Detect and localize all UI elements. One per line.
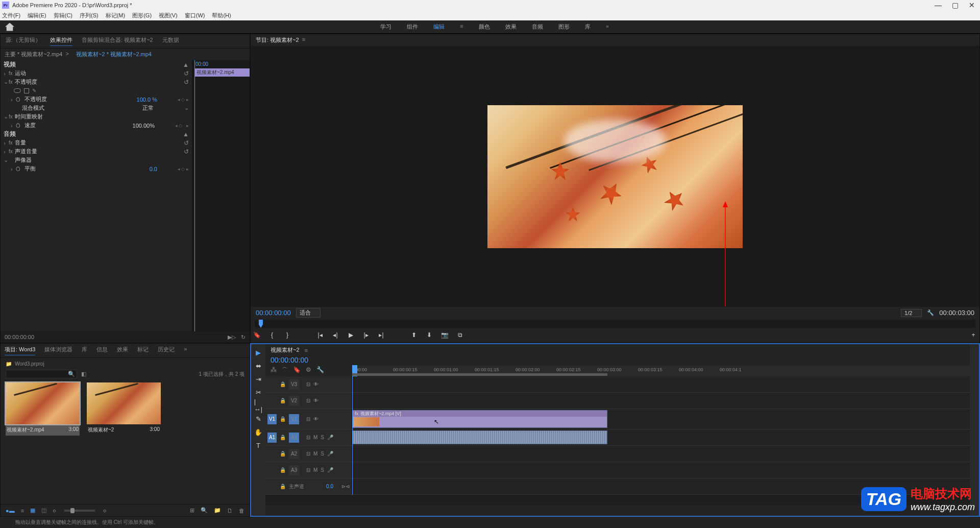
menu-sequence[interactable]: 序列(S) bbox=[80, 12, 99, 19]
program-canvas[interactable] bbox=[251, 46, 979, 307]
menu-graphics[interactable]: 图形(G) bbox=[132, 12, 152, 19]
close-button[interactable]: ✕ bbox=[969, 1, 975, 9]
workspace-assembly[interactable]: 组件 bbox=[407, 23, 418, 31]
pen-mask-icon[interactable]: ✎ bbox=[32, 88, 36, 93]
ec-sequence-clip[interactable]: 视频素材~2 * 视频素材~2.mp4 bbox=[76, 51, 152, 58]
track-header-a1[interactable]: A1🔒A1 ⊟MS🎤 bbox=[265, 429, 352, 445]
clip-thumbnail[interactable]: 视频素材~2.mp43:00 bbox=[6, 382, 80, 436]
menu-edit[interactable]: 编辑(E) bbox=[28, 12, 46, 19]
workspace-audio[interactable]: 音频 bbox=[532, 23, 543, 31]
ec-volume[interactable]: 音量 bbox=[15, 139, 184, 147]
go-to-out-icon[interactable]: ▸| bbox=[377, 331, 385, 339]
ec-panner[interactable]: 声像器 bbox=[15, 156, 189, 164]
extract-icon[interactable]: ⬇ bbox=[425, 331, 433, 339]
ellipse-mask-icon[interactable] bbox=[14, 88, 21, 93]
wrench-icon[interactable]: 🔧 bbox=[316, 366, 324, 375]
bin-filter-icon[interactable]: ◧ bbox=[81, 371, 86, 377]
tab-history[interactable]: 历史记 bbox=[158, 346, 175, 355]
menu-marker[interactable]: 标记(M) bbox=[106, 12, 126, 19]
ec-opacity-prop[interactable]: 不透明度 bbox=[24, 95, 137, 103]
panel-menu-icon[interactable]: ≡ bbox=[305, 347, 308, 353]
timeline-tc[interactable]: 00:00:00:00 bbox=[271, 356, 308, 364]
ripple-edit-tool-icon[interactable]: ⇥ bbox=[254, 375, 262, 383]
workspace-overflow-icon[interactable]: » bbox=[606, 23, 609, 31]
workspace-edit-menu-icon[interactable]: ≡ bbox=[460, 23, 463, 31]
workspace-library[interactable]: 库 bbox=[585, 23, 591, 31]
collapse-icon[interactable]: ▲ bbox=[183, 131, 189, 138]
timeline-ruler[interactable]: :00:00 00:00:00:15 00:00:01:00 00:00:01:… bbox=[352, 365, 970, 376]
tab-effect-controls[interactable]: 效果控件 bbox=[50, 36, 72, 46]
ec-mini-timeline[interactable]: 00:00 视频素材~2.mp4 bbox=[192, 60, 250, 331]
reset-icon[interactable]: ↺ bbox=[184, 148, 189, 155]
resolution-dropdown[interactable]: 1/2 bbox=[901, 309, 922, 317]
tab-source[interactable]: 源:（无剪辑） bbox=[6, 36, 41, 46]
bin-icon[interactable]: 📁 bbox=[6, 361, 12, 367]
selection-tool-icon[interactable]: ▶ bbox=[254, 348, 262, 356]
writable-icon[interactable]: ●▬ bbox=[6, 508, 15, 514]
keyframe-nav[interactable]: ◂ ◇ ▸ bbox=[178, 166, 189, 172]
ec-balance[interactable]: 平衡 bbox=[24, 165, 150, 173]
tab-library[interactable]: 库 bbox=[82, 346, 87, 355]
ec-blend-val[interactable]: 正常 bbox=[142, 104, 154, 112]
ec-opacity-val[interactable]: 100.0 % bbox=[137, 97, 157, 103]
step-forward-icon[interactable]: |▸ bbox=[362, 331, 370, 339]
settings-icon[interactable]: 🔧 bbox=[927, 309, 934, 316]
play-icon[interactable]: ▶ bbox=[347, 331, 355, 339]
ec-tc[interactable]: 00:00:00:00 bbox=[5, 334, 34, 340]
ec-speed[interactable]: 速度 bbox=[24, 122, 133, 129]
search-input[interactable] bbox=[6, 370, 77, 378]
workspace-graphics[interactable]: 图形 bbox=[558, 23, 570, 31]
tab-markers[interactable]: 标记 bbox=[137, 346, 149, 355]
comparison-icon[interactable]: ⧉ bbox=[456, 331, 464, 339]
track-select-tool-icon[interactable]: ⬌ bbox=[254, 362, 262, 370]
new-item-icon[interactable]: 🗋 bbox=[227, 508, 233, 514]
mark-out-icon[interactable]: } bbox=[283, 331, 291, 339]
go-to-in-icon[interactable]: |◂ bbox=[316, 331, 324, 339]
ec-play-only-icon[interactable]: ▶▷ bbox=[228, 334, 236, 341]
track-header-master[interactable]: 🔒主声道 0.0 ⊳⊲ bbox=[265, 478, 352, 494]
marker-icon[interactable]: 🔖 bbox=[253, 331, 261, 339]
menu-file[interactable]: 文件(F) bbox=[2, 12, 20, 19]
type-tool-icon[interactable]: T bbox=[254, 441, 262, 449]
minimize-button[interactable]: — bbox=[935, 1, 942, 9]
master-level[interactable]: 0.0 bbox=[326, 484, 333, 489]
workspace-effects[interactable]: 效果 bbox=[505, 23, 517, 31]
tab-overflow-icon[interactable]: » bbox=[184, 346, 187, 355]
ec-opacity[interactable]: 不透明度 bbox=[15, 78, 184, 86]
track-header-a3[interactable]: 🔒A3 ⊟MS🎤 bbox=[265, 462, 352, 478]
snap-icon[interactable]: ⁂ bbox=[271, 366, 277, 375]
settings-icon[interactable]: ⚙ bbox=[306, 366, 311, 375]
track-header-v3[interactable]: 🔒V3 ⊟👁 bbox=[265, 376, 352, 392]
marker-add-icon[interactable]: 🔖 bbox=[293, 366, 301, 375]
work-area-bar[interactable] bbox=[352, 373, 607, 376]
zoom-slider[interactable] bbox=[64, 510, 95, 512]
track-header-v1[interactable]: V1🔒V1 ⊟👁 bbox=[265, 409, 352, 429]
new-bin-icon[interactable]: 📁 bbox=[214, 507, 221, 514]
workspace-color[interactable]: 颜色 bbox=[479, 23, 490, 31]
icon-view-icon[interactable]: ▦ bbox=[30, 507, 35, 514]
home-icon[interactable] bbox=[5, 23, 14, 31]
program-playhead[interactable] bbox=[259, 320, 263, 328]
ec-time-remap[interactable]: 时间重映射 bbox=[15, 113, 189, 121]
maximize-button[interactable]: ▢ bbox=[952, 1, 959, 9]
tab-audio-mixer[interactable]: 音频剪辑混合器: 视频素材~2 bbox=[82, 36, 153, 46]
track-header-a2[interactable]: 🔒A2 ⊟MS🎤 bbox=[265, 446, 352, 462]
freeform-view-icon[interactable]: ◫ bbox=[41, 507, 46, 514]
ec-loop-icon[interactable]: ↻ bbox=[241, 334, 246, 341]
trash-icon[interactable]: 🗑 bbox=[239, 508, 244, 514]
pen-tool-icon[interactable]: ✎ bbox=[254, 415, 262, 423]
tab-metadata[interactable]: 元数据 bbox=[162, 36, 179, 46]
zoom-out-icon[interactable]: ○ bbox=[53, 508, 56, 514]
ec-channel-vol[interactable]: 声道音量 bbox=[15, 148, 184, 155]
auto-sequence-icon[interactable]: ⊞ bbox=[190, 507, 194, 514]
hand-tool-icon[interactable]: ✋ bbox=[254, 428, 262, 436]
menu-help[interactable]: 帮助(H) bbox=[212, 12, 231, 19]
reset-icon[interactable]: ↺ bbox=[184, 70, 189, 77]
list-view-icon[interactable]: ≡ bbox=[21, 508, 24, 514]
step-back-icon[interactable]: ◂| bbox=[331, 331, 339, 339]
sequence-thumbnail[interactable]: 视频素材~23:00 bbox=[87, 382, 161, 436]
reset-icon[interactable]: ↺ bbox=[184, 79, 189, 86]
ec-balance-val[interactable]: 0.0 bbox=[150, 166, 157, 172]
slip-tool-icon[interactable]: |↔| bbox=[254, 401, 262, 410]
video-clip[interactable]: fx视频素材~2.mp4 [V] bbox=[352, 410, 607, 428]
